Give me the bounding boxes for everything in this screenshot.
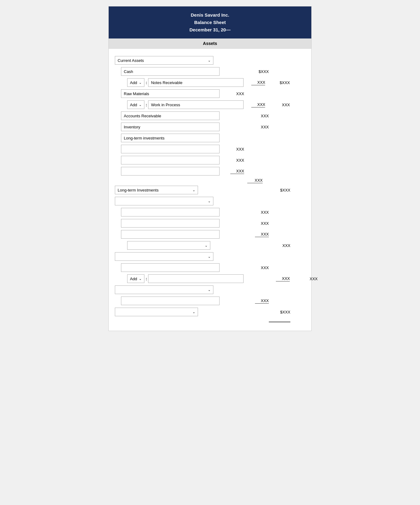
accounts-receivable-row: XXX: [121, 111, 311, 120]
blank-value-3: XXX: [230, 169, 244, 174]
long-term-investments-total: $XXX: [280, 188, 290, 192]
section5-total: $XXX: [280, 310, 290, 314]
cash-input[interactable]: [121, 67, 220, 76]
subtotal-value-1: XXX: [247, 178, 263, 183]
blank-input-2[interactable]: [121, 156, 220, 164]
blank-input-5[interactable]: [121, 219, 220, 228]
blank-row-6: XXX: [121, 230, 311, 239]
blank-value-7: XXX: [261, 265, 269, 270]
blank-row-4: XXX: [121, 208, 311, 216]
subtotal-row-1: XXX: [115, 178, 305, 183]
doc-type: Balance Sheet: [112, 19, 308, 26]
blank-row-7: XXX: [121, 263, 311, 272]
blank-value-2: XXX: [236, 158, 244, 163]
add-blank-chevron-icon: ⌄: [139, 277, 142, 281]
section3-dropdown[interactable]: ⌄: [115, 252, 213, 261]
add-notes-label: Add: [130, 80, 137, 85]
inventory-input[interactable]: [121, 123, 220, 131]
doc-date: December 31, 20—: [112, 26, 308, 34]
current-assets-label: Current Assets: [118, 58, 144, 63]
assets-bar: Assets: [109, 38, 311, 49]
notes-receivable-input[interactable]: [148, 78, 244, 87]
section5-dropdown[interactable]: ⌄: [115, 308, 198, 316]
raw-materials-value: XXX: [236, 91, 244, 96]
work-in-process-input[interactable]: [148, 100, 244, 109]
blank-row-1: XXX: [121, 145, 311, 153]
grand-total-underline: [269, 321, 290, 322]
notes-colon: :: [146, 80, 147, 85]
cash-value: $XXX: [259, 69, 269, 74]
notes-outer-value: $XXX: [280, 80, 290, 85]
section2-chevron-icon: ⌄: [208, 199, 211, 203]
raw-materials-row: XXX: [121, 89, 311, 98]
company-name: Denis Savard Inc.: [112, 11, 308, 19]
inventory-row: XXX: [121, 123, 311, 131]
blank-value-6: XXX: [255, 232, 269, 237]
raw-materials-input[interactable]: [121, 89, 220, 98]
header: Denis Savard Inc. Balance Sheet December…: [109, 6, 311, 38]
blank-input-4[interactable]: [121, 208, 220, 216]
section2-dropdown[interactable]: ⌄: [115, 197, 213, 205]
section2-subtotal-chevron-icon: ⌄: [205, 244, 208, 248]
blank-value-8: XXX: [255, 298, 269, 304]
blank-input-8[interactable]: [121, 297, 220, 305]
current-assets-row: Current Assets ⌄: [115, 56, 305, 65]
long-term-investments-dropdown[interactable]: Long-term Investments ⌄: [115, 186, 198, 194]
blank-value-4: XXX: [261, 210, 269, 215]
balance-sheet: Denis Savard Inc. Balance Sheet December…: [108, 6, 312, 331]
notes-receivable-row: Add ⌄ : XXX $XXX: [127, 78, 317, 87]
cash-row: $XXX: [121, 67, 311, 76]
accounts-receivable-input[interactable]: [121, 111, 220, 120]
blank-input-3[interactable]: [121, 167, 220, 176]
wip-outer-value: XXX: [282, 103, 290, 107]
accounts-receivable-value: XXX: [261, 114, 269, 118]
section5-chevron-icon: ⌄: [192, 310, 195, 314]
add-wip-button[interactable]: Add ⌄: [127, 100, 144, 109]
blank-input-1[interactable]: [121, 145, 220, 153]
blank-row-2: XXX: [121, 156, 311, 164]
add-notes-chevron-icon: ⌄: [139, 81, 142, 85]
add-blank-row: Add ⌄ : XXX XXX: [127, 274, 317, 283]
chevron-down-icon: ⌄: [208, 59, 211, 63]
blank-value-5: XXX: [261, 221, 269, 226]
blank-input-7[interactable]: [121, 263, 220, 272]
assets-label: Assets: [203, 41, 217, 46]
section2-subtotal-row: ⌄ XXX: [115, 241, 305, 250]
add-blank-inner-value: XXX: [276, 276, 290, 281]
bottom-line-row: [115, 319, 305, 323]
section3-dropdown-row: ⌄: [115, 252, 305, 261]
add-wip-label: Add: [130, 103, 137, 107]
add-blank-input[interactable]: [148, 274, 244, 283]
long-term-investments-chevron-icon: ⌄: [192, 188, 195, 192]
section5-dropdown-row: ⌄ $XXX: [115, 308, 305, 316]
long-term-investments-dropdown-label: Long-term Investments: [118, 188, 159, 192]
section4-chevron-icon: ⌄: [208, 288, 211, 292]
long-term-investments-section-row: Long-term Investments ⌄ $XXX: [115, 186, 305, 194]
blank-row-5: XXX: [121, 219, 311, 228]
section4-dropdown[interactable]: ⌄: [115, 285, 213, 294]
section4-dropdown-row: ⌄: [115, 285, 305, 294]
current-assets-dropdown[interactable]: Current Assets ⌄: [115, 56, 213, 65]
blank-row-8: XXX: [121, 297, 311, 305]
section3-chevron-icon: ⌄: [208, 255, 211, 259]
add-blank-label: Add: [130, 277, 137, 281]
inventory-value: XXX: [261, 125, 269, 129]
add-notes-button[interactable]: Add ⌄: [127, 78, 144, 87]
long-term-investments-row: [121, 134, 311, 142]
wip-inner-value: XXX: [251, 102, 265, 107]
add-blank-outer-value: XXX: [309, 277, 317, 281]
notes-inner-value: XXX: [251, 80, 265, 85]
blank-row-3: XXX: [121, 167, 311, 176]
wip-colon: :: [146, 103, 147, 107]
section2-subtotal-value: XXX: [282, 243, 290, 248]
section2-dropdown-row: ⌄: [115, 197, 305, 205]
blank-add-colon: :: [146, 277, 147, 281]
long-term-investments-input[interactable]: [121, 134, 220, 142]
blank-input-6[interactable]: [121, 230, 220, 239]
blank-value-1: XXX: [236, 147, 244, 152]
work-in-process-row: Add ⌄ : XXX XXX: [127, 100, 317, 109]
add-blank-button[interactable]: Add ⌄: [127, 274, 144, 283]
content-area: Current Assets ⌄ $XXX Add: [109, 49, 311, 331]
add-wip-chevron-icon: ⌄: [139, 103, 142, 107]
section2-subtotal-dropdown[interactable]: ⌄: [127, 241, 210, 250]
